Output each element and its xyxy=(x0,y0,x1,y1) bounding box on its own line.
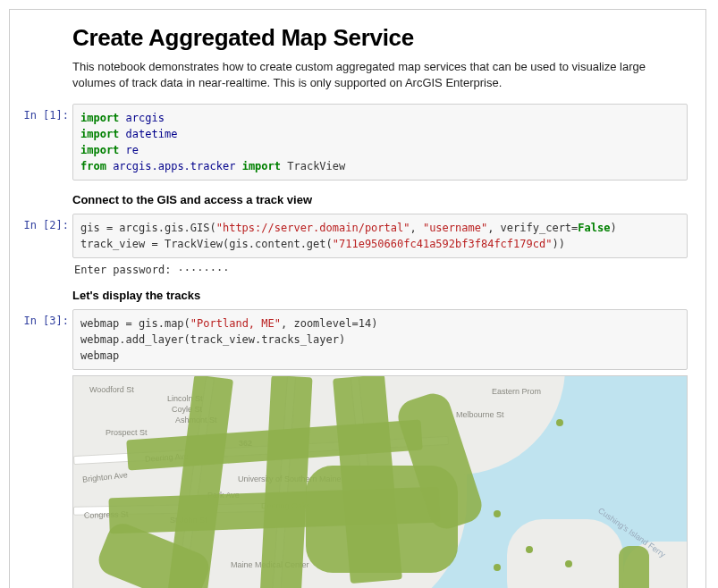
road-label: Woodford St xyxy=(89,385,134,394)
code-text: webmap.add_layer(track_view.tracks_layer… xyxy=(80,333,345,346)
cell-prompt: In [2]: xyxy=(17,219,69,231)
code-cell-3: In [3]: webmap = gis.map("Portland, ME",… xyxy=(72,309,688,588)
code-text: )) xyxy=(552,238,564,250)
kw-import: import xyxy=(80,144,119,156)
str-id: "711e950660fc41a592bf3f84fcf179cd" xyxy=(333,238,553,250)
notebook-content: Create Aggregated Map Service This noteb… xyxy=(19,24,697,588)
str-portland: "Portland, ME" xyxy=(190,317,281,330)
road-label: Melbourne St xyxy=(456,410,504,419)
road-label: Eastern Prom xyxy=(492,387,541,396)
code-text: webmap = gis.map( xyxy=(80,317,190,330)
kw-from: from xyxy=(80,160,106,172)
mod-arcgis: arcgis xyxy=(126,112,165,124)
section-header: Connect to the GIS and access a track vi… xyxy=(72,193,688,206)
kw-import: import xyxy=(242,160,281,172)
code-input[interactable]: webmap = gis.map("Portland, ME", zoomlev… xyxy=(72,309,688,370)
code-text: , zoomlevel=14) xyxy=(281,317,377,330)
code-input[interactable]: import arcgis import datetime import re … xyxy=(72,104,688,181)
track-overlay xyxy=(619,546,649,588)
str-portal: "https://server.domain/portal" xyxy=(216,222,410,234)
code-text: , verify_cert= xyxy=(487,222,578,234)
code-cell-2: In [2]: gis = arcgis.gis.GIS("https://se… xyxy=(72,214,688,276)
mod-re: re xyxy=(126,144,139,156)
code-text: webmap xyxy=(80,349,119,362)
intro-text: This notebook demonstrates how to create… xyxy=(72,59,688,91)
mod-tracker: arcgis.apps.tracker xyxy=(113,160,235,172)
map-widget[interactable]: Woodford St Lincoln St Coyle St Ashmont … xyxy=(72,375,688,588)
code-text: , xyxy=(410,222,422,234)
page-title: Create Aggregated Map Service xyxy=(72,24,688,52)
code-cell-1: In [1]: import arcgis import datetime im… xyxy=(72,104,688,181)
kw-import: import xyxy=(80,128,119,140)
road-label: Prospect St xyxy=(106,428,148,437)
kw-import: import xyxy=(80,112,119,124)
notebook-page: Create Aggregated Map Service This noteb… xyxy=(9,9,706,588)
cls-trackview: TrackView xyxy=(287,160,345,172)
mod-datetime: datetime xyxy=(126,128,178,140)
code-input[interactable]: gis = arcgis.gis.GIS("https://server.dom… xyxy=(72,214,688,258)
cell-output: Enter password: ········ xyxy=(72,258,688,276)
section-header: Let's display the tracks xyxy=(72,289,688,302)
bool-false: False xyxy=(578,222,610,234)
map-land xyxy=(507,519,623,588)
code-text: ) xyxy=(610,222,616,234)
cell-prompt: In [3]: xyxy=(17,315,69,327)
code-text: track_view = TrackView(gis.content.get( xyxy=(80,238,333,250)
code-text: gis = arcgis.gis.GIS( xyxy=(80,222,216,234)
cell-prompt: In [1]: xyxy=(17,109,69,122)
str-user: "username" xyxy=(423,222,487,234)
